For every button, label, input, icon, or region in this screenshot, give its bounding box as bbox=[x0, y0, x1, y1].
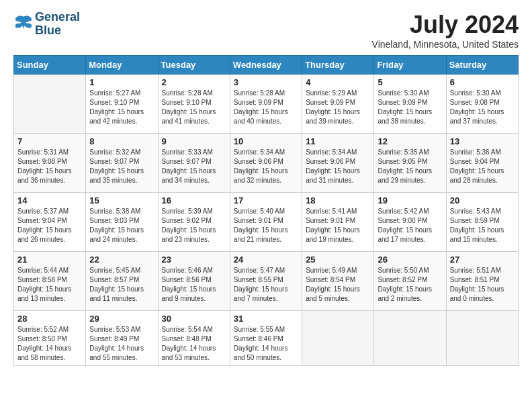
calendar-cell: 4Sunrise: 5:29 AM Sunset: 9:09 PM Daylig… bbox=[302, 75, 374, 134]
day-number: 15 bbox=[89, 195, 154, 205]
calendar-cell: 25Sunrise: 5:49 AM Sunset: 8:54 PM Dayli… bbox=[302, 252, 374, 311]
day-number: 11 bbox=[306, 136, 370, 146]
calendar-cell: 11Sunrise: 5:34 AM Sunset: 9:06 PM Dayli… bbox=[302, 134, 374, 193]
logo-icon bbox=[13, 13, 34, 33]
calendar-cell: 18Sunrise: 5:41 AM Sunset: 9:01 PM Dayli… bbox=[302, 193, 374, 252]
day-number: 29 bbox=[89, 314, 154, 324]
day-number: 21 bbox=[17, 255, 82, 265]
day-info: Sunrise: 5:30 AM Sunset: 9:09 PM Dayligh… bbox=[378, 89, 442, 126]
day-info: Sunrise: 5:36 AM Sunset: 9:04 PM Dayligh… bbox=[450, 148, 515, 185]
day-info: Sunrise: 5:35 AM Sunset: 9:05 PM Dayligh… bbox=[378, 148, 442, 185]
day-number: 19 bbox=[378, 195, 442, 205]
month-title: July 2024 bbox=[372, 11, 519, 39]
day-info: Sunrise: 5:42 AM Sunset: 9:00 PM Dayligh… bbox=[378, 207, 442, 244]
day-info: Sunrise: 5:54 AM Sunset: 8:48 PM Dayligh… bbox=[162, 325, 226, 363]
calendar-cell: 2Sunrise: 5:28 AM Sunset: 9:10 PM Daylig… bbox=[158, 75, 230, 134]
day-info: Sunrise: 5:43 AM Sunset: 8:59 PM Dayligh… bbox=[450, 207, 515, 244]
calendar-cell bbox=[374, 311, 446, 366]
day-number: 28 bbox=[17, 314, 82, 324]
day-info: Sunrise: 5:41 AM Sunset: 9:01 PM Dayligh… bbox=[306, 207, 370, 244]
day-info: Sunrise: 5:30 AM Sunset: 9:08 PM Dayligh… bbox=[450, 89, 515, 126]
calendar-cell: 21Sunrise: 5:44 AM Sunset: 8:58 PM Dayli… bbox=[14, 252, 86, 311]
day-number: 17 bbox=[234, 195, 298, 205]
calendar-cell: 8Sunrise: 5:32 AM Sunset: 9:07 PM Daylig… bbox=[86, 134, 158, 193]
day-number: 25 bbox=[306, 255, 370, 265]
day-number: 5 bbox=[378, 77, 442, 87]
weekday-header-saturday: Saturday bbox=[446, 56, 518, 75]
day-number: 3 bbox=[234, 77, 298, 87]
day-number: 10 bbox=[234, 136, 298, 146]
calendar-cell bbox=[446, 311, 518, 366]
calendar-cell: 30Sunrise: 5:54 AM Sunset: 8:48 PM Dayli… bbox=[158, 311, 230, 366]
day-number: 12 bbox=[378, 136, 442, 146]
day-info: Sunrise: 5:55 AM Sunset: 8:46 PM Dayligh… bbox=[234, 325, 298, 363]
day-info: Sunrise: 5:27 AM Sunset: 9:10 PM Dayligh… bbox=[89, 89, 154, 126]
day-number: 27 bbox=[450, 255, 515, 265]
weekday-header-sunday: Sunday bbox=[14, 56, 86, 75]
calendar-cell: 15Sunrise: 5:38 AM Sunset: 9:03 PM Dayli… bbox=[86, 193, 158, 252]
weekday-header-wednesday: Wednesday bbox=[230, 56, 302, 75]
calendar-cell: 12Sunrise: 5:35 AM Sunset: 9:05 PM Dayli… bbox=[374, 134, 446, 193]
day-info: Sunrise: 5:50 AM Sunset: 8:52 PM Dayligh… bbox=[378, 266, 442, 304]
day-info: Sunrise: 5:34 AM Sunset: 9:06 PM Dayligh… bbox=[234, 148, 298, 185]
day-info: Sunrise: 5:38 AM Sunset: 9:03 PM Dayligh… bbox=[89, 207, 154, 244]
calendar-table: SundayMondayTuesdayWednesdayThursdayFrid… bbox=[13, 55, 519, 366]
day-info: Sunrise: 5:45 AM Sunset: 8:57 PM Dayligh… bbox=[89, 266, 154, 304]
calendar-cell: 31Sunrise: 5:55 AM Sunset: 8:46 PM Dayli… bbox=[230, 311, 302, 366]
day-info: Sunrise: 5:28 AM Sunset: 9:10 PM Dayligh… bbox=[162, 89, 226, 126]
day-info: Sunrise: 5:53 AM Sunset: 8:49 PM Dayligh… bbox=[89, 325, 154, 363]
day-info: Sunrise: 5:49 AM Sunset: 8:54 PM Dayligh… bbox=[306, 266, 370, 304]
day-info: Sunrise: 5:40 AM Sunset: 9:01 PM Dayligh… bbox=[234, 207, 298, 244]
day-number: 14 bbox=[17, 195, 82, 205]
day-info: Sunrise: 5:46 AM Sunset: 8:56 PM Dayligh… bbox=[162, 266, 226, 304]
day-info: Sunrise: 5:52 AM Sunset: 8:50 PM Dayligh… bbox=[17, 325, 82, 363]
day-info: Sunrise: 5:31 AM Sunset: 9:08 PM Dayligh… bbox=[17, 148, 82, 185]
week-row-1: 1Sunrise: 5:27 AM Sunset: 9:10 PM Daylig… bbox=[14, 75, 519, 134]
week-row-4: 21Sunrise: 5:44 AM Sunset: 8:58 PM Dayli… bbox=[14, 252, 519, 311]
day-number: 4 bbox=[306, 77, 370, 87]
day-info: Sunrise: 5:34 AM Sunset: 9:06 PM Dayligh… bbox=[306, 148, 370, 185]
calendar-cell: 7Sunrise: 5:31 AM Sunset: 9:08 PM Daylig… bbox=[14, 134, 86, 193]
day-number: 8 bbox=[89, 136, 154, 146]
day-number: 31 bbox=[234, 314, 298, 324]
calendar-cell: 3Sunrise: 5:28 AM Sunset: 9:09 PM Daylig… bbox=[230, 75, 302, 134]
day-info: Sunrise: 5:51 AM Sunset: 8:51 PM Dayligh… bbox=[450, 266, 515, 304]
week-row-3: 14Sunrise: 5:37 AM Sunset: 9:04 PM Dayli… bbox=[14, 193, 519, 252]
logo-text-line1: General bbox=[35, 11, 80, 24]
calendar-cell: 6Sunrise: 5:30 AM Sunset: 9:08 PM Daylig… bbox=[446, 75, 518, 134]
calendar-cell: 24Sunrise: 5:47 AM Sunset: 8:55 PM Dayli… bbox=[230, 252, 302, 311]
calendar-cell bbox=[14, 75, 86, 134]
day-info: Sunrise: 5:28 AM Sunset: 9:09 PM Dayligh… bbox=[234, 89, 298, 126]
calendar-cell: 28Sunrise: 5:52 AM Sunset: 8:50 PM Dayli… bbox=[14, 311, 86, 366]
week-row-5: 28Sunrise: 5:52 AM Sunset: 8:50 PM Dayli… bbox=[14, 311, 519, 366]
day-number: 22 bbox=[89, 255, 154, 265]
calendar-cell: 23Sunrise: 5:46 AM Sunset: 8:56 PM Dayli… bbox=[158, 252, 230, 311]
calendar-cell: 26Sunrise: 5:50 AM Sunset: 8:52 PM Dayli… bbox=[374, 252, 446, 311]
day-number: 23 bbox=[162, 255, 226, 265]
day-number: 30 bbox=[162, 314, 226, 324]
calendar-cell: 19Sunrise: 5:42 AM Sunset: 9:00 PM Dayli… bbox=[374, 193, 446, 252]
calendar-cell: 20Sunrise: 5:43 AM Sunset: 8:59 PM Dayli… bbox=[446, 193, 518, 252]
calendar-cell: 10Sunrise: 5:34 AM Sunset: 9:06 PM Dayli… bbox=[230, 134, 302, 193]
weekday-header-row: SundayMondayTuesdayWednesdayThursdayFrid… bbox=[14, 56, 519, 75]
calendar-cell: 17Sunrise: 5:40 AM Sunset: 9:01 PM Dayli… bbox=[230, 193, 302, 252]
header: General Blue July 2024 Vineland, Minneso… bbox=[13, 11, 519, 50]
day-info: Sunrise: 5:47 AM Sunset: 8:55 PM Dayligh… bbox=[234, 266, 298, 304]
day-info: Sunrise: 5:29 AM Sunset: 9:09 PM Dayligh… bbox=[306, 89, 370, 126]
calendar-cell: 27Sunrise: 5:51 AM Sunset: 8:51 PM Dayli… bbox=[446, 252, 518, 311]
day-number: 9 bbox=[162, 136, 226, 146]
day-number: 16 bbox=[162, 195, 226, 205]
day-info: Sunrise: 5:33 AM Sunset: 9:07 PM Dayligh… bbox=[162, 148, 226, 185]
day-number: 6 bbox=[450, 77, 515, 87]
week-row-2: 7Sunrise: 5:31 AM Sunset: 9:08 PM Daylig… bbox=[14, 134, 519, 193]
calendar-cell: 22Sunrise: 5:45 AM Sunset: 8:57 PM Dayli… bbox=[86, 252, 158, 311]
calendar-cell: 13Sunrise: 5:36 AM Sunset: 9:04 PM Dayli… bbox=[446, 134, 518, 193]
day-info: Sunrise: 5:39 AM Sunset: 9:02 PM Dayligh… bbox=[162, 207, 226, 244]
calendar-cell: 16Sunrise: 5:39 AM Sunset: 9:02 PM Dayli… bbox=[158, 193, 230, 252]
day-number: 1 bbox=[89, 77, 154, 87]
day-number: 20 bbox=[450, 195, 515, 205]
day-number: 2 bbox=[162, 77, 226, 87]
day-info: Sunrise: 5:37 AM Sunset: 9:04 PM Dayligh… bbox=[17, 207, 82, 244]
calendar-cell bbox=[302, 311, 374, 366]
weekday-header-monday: Monday bbox=[86, 56, 158, 75]
